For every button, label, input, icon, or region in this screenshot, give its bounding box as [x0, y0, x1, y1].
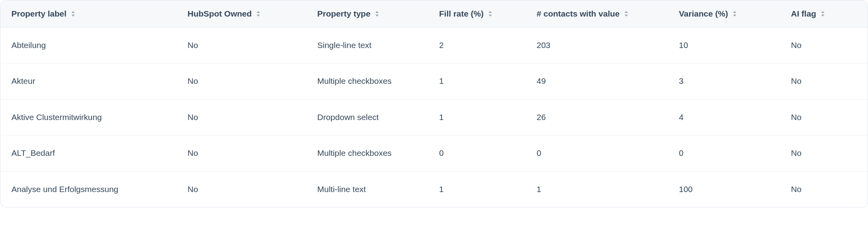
- cell-ai-flag: No: [780, 28, 868, 63]
- column-header-variance[interactable]: Variance (%): [668, 0, 780, 28]
- sort-icon: [624, 11, 628, 17]
- cell-property-type: Multiple checkboxes: [306, 63, 428, 99]
- sort-icon: [71, 11, 75, 17]
- cell-variance: 10: [668, 28, 780, 63]
- cell-contacts-with-value: 1: [526, 171, 668, 207]
- data-table-container: Property label HubSpot Owned: [0, 0, 868, 207]
- cell-property-label: Analyse und Erfolgsmessung: [0, 171, 177, 207]
- cell-hubspot-owned: No: [177, 171, 306, 207]
- cell-property-type: Multiple checkboxes: [306, 135, 428, 171]
- cell-property-type: Multi-line text: [306, 171, 428, 207]
- table-header-row: Property label HubSpot Owned: [0, 0, 868, 28]
- column-header-ai-flag[interactable]: AI flag: [780, 0, 868, 28]
- cell-variance: 100: [668, 171, 780, 207]
- column-header-label: AI flag: [791, 9, 816, 18]
- cell-hubspot-owned: No: [177, 28, 306, 63]
- cell-hubspot-owned: No: [177, 135, 306, 171]
- cell-hubspot-owned: No: [177, 99, 306, 135]
- table-body: AbteilungNoSingle-line text220310NoAkteu…: [0, 28, 868, 207]
- cell-property-label: ALT_Bedarf: [0, 135, 177, 171]
- column-header-label: Property label: [11, 9, 66, 18]
- table-header: Property label HubSpot Owned: [0, 0, 868, 28]
- sort-icon: [375, 11, 379, 17]
- column-header-label: # contacts with value: [537, 9, 620, 18]
- column-header-label: Variance (%): [679, 9, 728, 18]
- cell-fill-rate: 1: [428, 63, 526, 99]
- cell-fill-rate: 0: [428, 135, 526, 171]
- cell-property-label: Aktive Clustermitwirkung: [0, 99, 177, 135]
- sort-icon: [821, 11, 825, 17]
- cell-ai-flag: No: [780, 99, 868, 135]
- cell-ai-flag: No: [780, 135, 868, 171]
- table-row[interactable]: Aktive ClustermitwirkungNoDropdown selec…: [0, 99, 868, 135]
- data-table: Property label HubSpot Owned: [0, 0, 868, 207]
- table-row[interactable]: Analyse und ErfolgsmessungNoMulti-line t…: [0, 171, 868, 207]
- column-header-fill-rate[interactable]: Fill rate (%): [428, 0, 526, 28]
- column-header-property-label[interactable]: Property label: [0, 0, 177, 28]
- sort-icon: [733, 11, 737, 17]
- cell-contacts-with-value: 0: [526, 135, 668, 171]
- cell-property-label: Abteilung: [0, 28, 177, 63]
- column-header-label: HubSpot Owned: [188, 9, 252, 18]
- cell-variance: 4: [668, 99, 780, 135]
- column-header-hubspot-owned[interactable]: HubSpot Owned: [177, 0, 306, 28]
- cell-contacts-with-value: 26: [526, 99, 668, 135]
- column-header-contacts-with-value[interactable]: # contacts with value: [526, 0, 668, 28]
- table-row[interactable]: AbteilungNoSingle-line text220310No: [0, 28, 868, 63]
- table-row[interactable]: ALT_BedarfNoMultiple checkboxes000No: [0, 135, 868, 171]
- cell-hubspot-owned: No: [177, 63, 306, 99]
- column-header-label: Property type: [317, 9, 370, 18]
- cell-contacts-with-value: 49: [526, 63, 668, 99]
- cell-contacts-with-value: 203: [526, 28, 668, 63]
- cell-property-label: Akteur: [0, 63, 177, 99]
- cell-variance: 0: [668, 135, 780, 171]
- column-header-property-type[interactable]: Property type: [306, 0, 428, 28]
- cell-ai-flag: No: [780, 171, 868, 207]
- table-row[interactable]: AkteurNoMultiple checkboxes1493No: [0, 63, 868, 99]
- sort-icon: [256, 11, 260, 17]
- cell-property-type: Single-line text: [306, 28, 428, 63]
- cell-property-type: Dropdown select: [306, 99, 428, 135]
- cell-fill-rate: 2: [428, 28, 526, 63]
- cell-fill-rate: 1: [428, 171, 526, 207]
- sort-icon: [488, 11, 492, 17]
- cell-variance: 3: [668, 63, 780, 99]
- column-header-label: Fill rate (%): [439, 9, 484, 18]
- cell-ai-flag: No: [780, 63, 868, 99]
- cell-fill-rate: 1: [428, 99, 526, 135]
